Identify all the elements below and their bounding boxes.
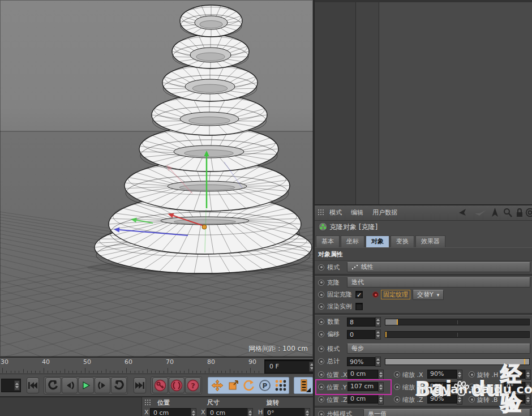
spinner[interactable]	[375, 317, 381, 327]
position-x-field[interactable]: 0 cm	[150, 408, 195, 416]
goto-start-button[interactable]	[27, 378, 39, 393]
keyframe-selection-button[interactable]: ?	[185, 378, 201, 393]
goto-end-button[interactable]	[134, 378, 146, 393]
tab-coordinates[interactable]: 坐标	[341, 235, 364, 247]
ruler-tick-label: 40	[42, 358, 50, 366]
lock-icon[interactable]	[516, 208, 524, 218]
menu-edit[interactable]: 编辑	[351, 208, 363, 217]
next-frame-button[interactable]	[95, 378, 110, 393]
spinner[interactable]	[525, 382, 531, 392]
keyframe-dot-icon[interactable]	[372, 291, 379, 298]
spinner[interactable]	[457, 382, 462, 392]
spinner[interactable]	[378, 370, 384, 380]
magnifier-icon[interactable]	[503, 208, 512, 218]
rotation-h-field[interactable]: 0°	[264, 408, 308, 416]
spinner[interactable]	[378, 394, 384, 405]
grip-icon[interactable]	[144, 399, 152, 406]
tab-effectors[interactable]: 效果器	[415, 235, 445, 247]
param-circle[interactable]	[318, 264, 324, 271]
clone-dropdown[interactable]: 迭代	[347, 277, 530, 288]
spinner[interactable]	[191, 408, 196, 416]
spinner[interactable]	[304, 408, 310, 416]
total-field[interactable]: 90%	[347, 357, 375, 366]
param-circle[interactable]	[318, 319, 324, 325]
frame-step-field[interactable]	[1, 379, 21, 392]
param-circle[interactable]	[318, 358, 324, 364]
rotation-b-field[interactable]: 0°	[504, 394, 525, 404]
offset-slider[interactable]	[385, 331, 530, 338]
materials-panel[interactable]	[0, 396, 141, 416]
tab-transform[interactable]: 变换	[391, 235, 414, 247]
current-frame-field[interactable]: 0 F	[264, 359, 316, 374]
play-button[interactable]	[78, 378, 94, 393]
spinner[interactable]	[14, 380, 20, 391]
grip-icon[interactable]	[318, 209, 325, 216]
offset-field[interactable]: 0	[347, 330, 375, 339]
tab-basic[interactable]: 基本	[316, 235, 340, 247]
rotation-h-field[interactable]: 0°	[504, 370, 525, 379]
param-circle[interactable]	[318, 331, 324, 337]
rotation-p-field[interactable]: 0°	[504, 382, 525, 391]
play-backward-button[interactable]	[45, 378, 61, 393]
key-rotation-button[interactable]	[242, 378, 256, 393]
param-circle[interactable]	[469, 396, 475, 402]
upper-panels[interactable]	[315, 0, 532, 205]
stride-mode-dropdown[interactable]: 单一值	[363, 409, 530, 416]
key-pla-button[interactable]	[273, 378, 288, 393]
param-circle[interactable]	[318, 280, 324, 286]
spinner[interactable]	[525, 370, 531, 380]
menu-userdata[interactable]: 用户数据	[372, 208, 397, 217]
fix-texture-dropdown[interactable]: 交替Y ▾	[413, 290, 444, 300]
param-circle[interactable]	[318, 396, 324, 402]
spinner[interactable]	[375, 357, 381, 367]
spinner[interactable]	[457, 394, 462, 405]
spinner[interactable]	[378, 382, 384, 392]
size-x-field[interactable]: 0 cm	[207, 408, 251, 416]
viewport-3d[interactable]: 网格间距 : 100 cm	[0, 0, 313, 357]
param-circle[interactable]	[394, 384, 400, 390]
param-circle[interactable]	[318, 303, 324, 310]
history-forward-icon[interactable]	[474, 209, 487, 217]
scale-x-field[interactable]: 90%	[427, 370, 457, 379]
menu-mode[interactable]: 模式	[329, 208, 342, 217]
target-icon[interactable]	[525, 208, 532, 217]
autokey-button[interactable]	[169, 378, 185, 393]
param-circle[interactable]	[469, 371, 475, 378]
param-circle[interactable]	[318, 411, 324, 416]
param-circle[interactable]	[318, 384, 324, 390]
scale-y-field[interactable]: 90%	[427, 382, 457, 391]
row-position-x: 位置 .X 0 cm 缩放 .X 90% 旋转 .H 0°	[315, 368, 532, 381]
param-circle[interactable]	[318, 346, 324, 352]
spinner[interactable]	[375, 329, 381, 340]
step-mode-dropdown[interactable]: 每步	[347, 344, 530, 354]
key-position-button[interactable]	[210, 378, 225, 393]
render-preview-button[interactable]	[296, 378, 312, 393]
position-y-field[interactable]: 107 cm	[347, 382, 378, 391]
previous-frame-button[interactable]	[62, 378, 78, 393]
count-field[interactable]: 8	[347, 318, 375, 327]
play-forward-button[interactable]	[111, 378, 127, 393]
spinner[interactable]	[247, 408, 253, 416]
timeline-ruler[interactable]: 30 40 50 60 70 80 90 0 F	[0, 357, 313, 375]
param-circle[interactable]	[318, 371, 324, 378]
param-circle[interactable]	[469, 384, 475, 390]
cursor-icon[interactable]	[491, 207, 499, 218]
total-slider[interactable]	[385, 358, 530, 365]
spinner[interactable]	[525, 394, 531, 405]
scale-z-field[interactable]: 90%	[427, 394, 457, 404]
tab-object[interactable]: 对象	[366, 235, 389, 247]
key-scale-button[interactable]	[226, 378, 241, 393]
param-circle[interactable]	[394, 371, 400, 378]
param-circle[interactable]	[318, 291, 324, 298]
key-parameter-button[interactable]: P	[258, 378, 272, 393]
record-keyframe-button[interactable]	[152, 378, 168, 393]
spinner[interactable]	[457, 370, 462, 380]
history-back-icon[interactable]	[458, 208, 474, 218]
mode-dropdown[interactable]: 线性	[347, 262, 530, 272]
param-circle[interactable]	[394, 396, 400, 402]
count-slider[interactable]	[385, 319, 530, 325]
fix-clone-checkbox[interactable]: ✓	[355, 291, 363, 298]
position-z-field[interactable]: 0 cm	[347, 394, 378, 404]
position-x-field[interactable]: 0 cm	[347, 370, 378, 379]
render-instance-checkbox[interactable]	[355, 303, 363, 310]
